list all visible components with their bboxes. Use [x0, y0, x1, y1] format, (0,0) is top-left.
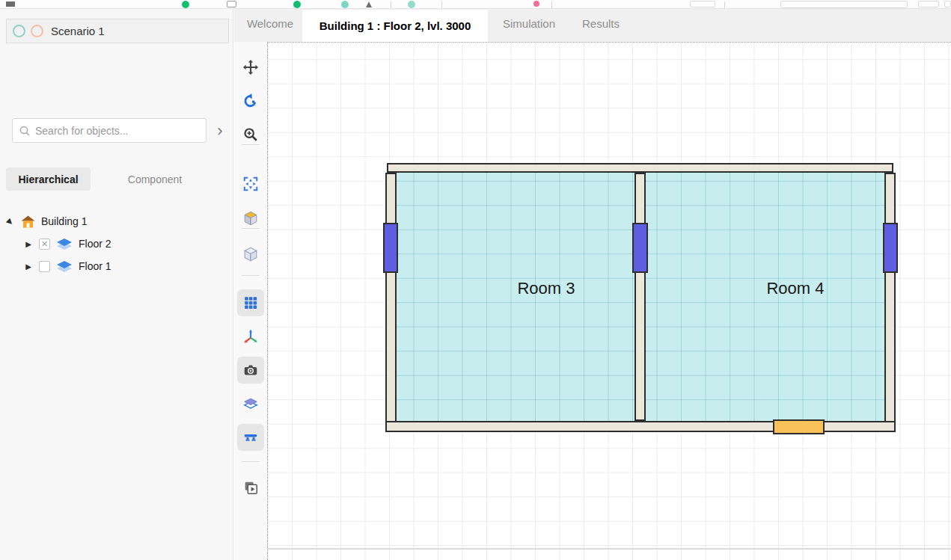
- axes-icon: [242, 328, 259, 345]
- move-tool-button[interactable]: [237, 54, 264, 81]
- toolbar-field[interactable]: [780, 1, 908, 8]
- exit-element[interactable]: [773, 419, 825, 434]
- toolbar-separator: [551, 1, 552, 8]
- wire-cube-tool-button[interactable]: [237, 241, 264, 268]
- tree-item-building-1[interactable]: ▶ Building 1: [0, 210, 224, 233]
- grid-major-line: [268, 548, 951, 550]
- house-icon: [21, 215, 35, 228]
- toolbar-button[interactable]: [944, 1, 951, 7]
- floor-layer-icon: [56, 260, 73, 273]
- toolbar-separator: [391, 1, 391, 8]
- tree-item-label: Floor 2: [79, 238, 111, 250]
- room-label: Room 3: [517, 279, 575, 298]
- scenario-circle-orange-icon: [31, 25, 43, 37]
- tool-separator: [242, 144, 260, 145]
- expand-chevron-icon[interactable]: ›: [211, 118, 229, 143]
- visibility-checkbox-crossed[interactable]: ✕: [39, 239, 50, 250]
- tree-expanded-icon[interactable]: ▶: [4, 215, 16, 227]
- wall-left[interactable]: [385, 173, 397, 432]
- solid-cube-icon: [242, 210, 259, 227]
- toolbar-button[interactable]: [690, 1, 715, 7]
- fit-view-icon: [242, 176, 259, 192]
- tree-collapsed-icon[interactable]: ▶: [24, 240, 33, 248]
- tab-welcome[interactable]: Welcome: [238, 9, 302, 37]
- floor-layer-icon: [56, 238, 73, 250]
- tab-building-floor[interactable]: Building 1 : Floor 2, lvl. 3000: [302, 10, 488, 42]
- zoom-in-icon: [242, 126, 259, 143]
- table-tool-button[interactable]: [237, 424, 264, 451]
- tree-item-floor-1[interactable]: ▶ Floor 1: [0, 255, 224, 277]
- tab-simulation[interactable]: Simulation: [490, 9, 568, 37]
- tree-item-floor-2[interactable]: ▶ ✕ Floor 2: [0, 233, 224, 255]
- door-middle[interactable]: [632, 223, 648, 273]
- axes-tool-button[interactable]: [237, 323, 264, 350]
- scenario-label: Scenario 1: [51, 25, 105, 37]
- grid-icon: [242, 295, 259, 311]
- door-right[interactable]: [883, 223, 898, 273]
- tool-separator: [242, 461, 260, 462]
- status-teal-icon[interactable]: [341, 1, 349, 8]
- wall-top[interactable]: [387, 163, 893, 173]
- wall-middle[interactable]: [634, 173, 646, 421]
- status-pink-icon[interactable]: [533, 1, 539, 7]
- status-green-icon[interactable]: [293, 1, 301, 8]
- search-box: [12, 118, 207, 143]
- room-3[interactable]: [397, 173, 634, 421]
- floorplan-canvas[interactable]: Room 3 Room 4: [267, 42, 951, 560]
- floorplan: Room 3 Room 4: [385, 163, 896, 434]
- tool-separator: [242, 228, 260, 229]
- search-input[interactable]: [35, 125, 200, 137]
- layers-tool-button[interactable]: [237, 390, 264, 417]
- room-label: Room 4: [766, 279, 824, 298]
- cursor-icon[interactable]: [366, 1, 372, 7]
- camera-icon: [242, 362, 259, 378]
- toolbar-separator: [724, 1, 725, 8]
- printer-icon[interactable]: [227, 1, 236, 7]
- move-icon: [242, 59, 259, 76]
- tree-mode-tabs: Hierarchical Component: [6, 167, 197, 191]
- wire-cube-icon: [242, 246, 259, 262]
- scenario-selector[interactable]: Scenario 1: [6, 19, 229, 43]
- media-copy-tool-button[interactable]: [237, 474, 264, 501]
- document-tabbar: Welcome Building 1 : Floor 2, lvl. 3000 …: [234, 9, 951, 42]
- scenario-circle-teal-icon: [13, 25, 25, 37]
- wall-right[interactable]: [884, 173, 896, 432]
- app-window: Scenario 1 › Hierarchical Component ▶: [0, 0, 951, 560]
- visibility-checkbox-empty[interactable]: [39, 261, 50, 272]
- door-left[interactable]: [383, 223, 398, 273]
- status-green-icon[interactable]: [182, 1, 189, 8]
- tree-collapsed-icon[interactable]: ▶: [24, 262, 33, 271]
- layers-icon: [242, 396, 259, 412]
- tool-palette: [234, 42, 267, 560]
- top-toolbar-strip: [0, 0, 951, 9]
- tool-separator: [242, 275, 260, 276]
- room-4[interactable]: [646, 173, 884, 421]
- menu-fragment-icon[interactable]: [6, 1, 15, 7]
- tree-item-label: Building 1: [41, 215, 88, 227]
- fit-view-tool-button[interactable]: [237, 170, 264, 197]
- tree-item-label: Floor 1: [79, 260, 111, 272]
- search-icon: [19, 125, 31, 137]
- sidebar: Scenario 1 › Hierarchical Component ▶: [0, 9, 233, 560]
- media-copy-icon: [242, 479, 259, 496]
- camera-tool-button[interactable]: [237, 357, 264, 384]
- tab-component[interactable]: Component: [113, 167, 197, 191]
- status-teal-icon[interactable]: [408, 1, 415, 8]
- toolbar-separator: [441, 1, 442, 8]
- rotate-icon: [242, 93, 259, 109]
- rotate-tool-button[interactable]: [237, 87, 264, 114]
- grid-tool-button[interactable]: [237, 289, 264, 316]
- object-tree: ▶ Building 1 ▶ ✕ Floor 2 ▶: [0, 210, 224, 277]
- toolbar-button[interactable]: [918, 1, 939, 7]
- table-icon: [242, 429, 259, 446]
- tab-results[interactable]: Results: [570, 9, 632, 37]
- tab-hierarchical[interactable]: Hierarchical: [6, 167, 91, 191]
